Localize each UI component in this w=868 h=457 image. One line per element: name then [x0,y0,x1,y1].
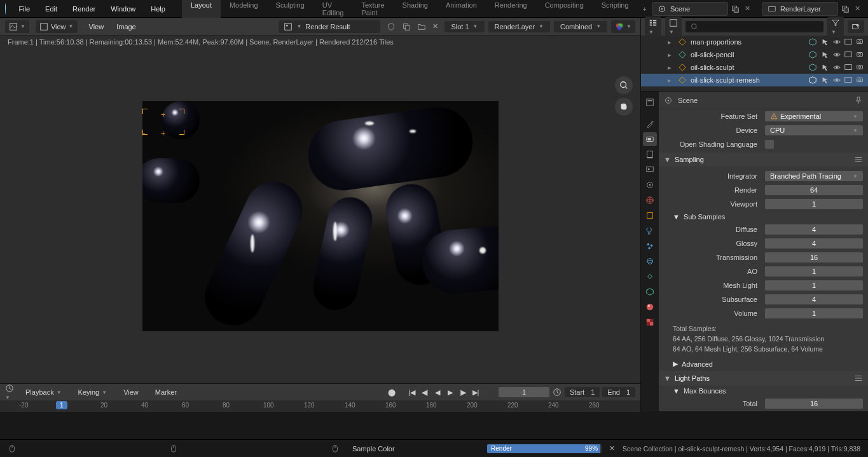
jump-next-key-button[interactable]: |▶ [458,387,468,397]
jump-end-button[interactable]: ▶| [471,387,481,397]
layer-new-icon[interactable] [841,4,850,13]
prop-tab-physics[interactable] [643,254,657,268]
playback-menu[interactable]: Playback▼ [20,386,67,398]
menu-render[interactable]: Render [66,3,102,15]
outliner-display-mode-dropdown[interactable]: ▼ [665,17,682,37]
pan-gizmo[interactable] [615,98,633,116]
viewport-toggle-icon[interactable] [844,63,853,72]
disclosure-triangle-icon[interactable]: ▸ [668,76,674,85]
timeline-view-menu[interactable]: View [118,386,144,398]
integrator-dropdown[interactable]: Branched Path Tracing▼ [765,171,863,181]
vp-menu-view[interactable]: View [84,21,109,32]
scene-new-icon[interactable] [731,4,740,13]
menu-file[interactable]: File [12,3,36,15]
workspace-tab-shading[interactable]: Shading [394,0,437,20]
prop-tab-world[interactable] [643,193,657,207]
viewport-toggle-icon[interactable] [844,76,853,85]
diffuse-samples-field[interactable]: 4 [765,224,863,235]
visibility-toggle-icon[interactable] [832,76,841,85]
object-name[interactable]: oil-slick-pencil [691,51,804,58]
play-reverse-button[interactable]: ◀ [432,387,443,397]
outliner-row[interactable]: ▸ man-proportions [641,36,868,48]
workspace-tab-compositing[interactable]: Compositing [536,0,593,20]
workspace-tab-modeling[interactable]: Modeling [221,0,267,20]
prop-tab-particles[interactable] [643,239,657,253]
menu-help[interactable]: Help [144,3,172,15]
autokey-button[interactable]: ⬤ [387,387,397,397]
preview-range-button[interactable] [552,387,562,397]
scene-delete-button[interactable]: ✕ [742,4,753,13]
prop-tab-constraints[interactable] [643,269,657,283]
view-mode-dropdown[interactable]: View▼ [36,20,78,33]
visibility-toggle-icon[interactable] [832,38,841,46]
subsurface-samples-field[interactable]: 4 [765,294,863,304]
outliner-new-collection-button[interactable] [848,20,864,33]
pin-icon[interactable] [854,96,863,105]
total-bounces-field[interactable]: 16 [765,399,863,409]
sampling-panel-header[interactable]: ▼Sampling [659,153,868,167]
object-name[interactable]: man-proportions [691,38,804,46]
keying-menu[interactable]: Keying▼ [73,386,113,398]
workspace-tab-sculpting[interactable]: Sculpting [267,0,313,20]
object-name[interactable]: oil-slick-sculpt [691,64,804,71]
prop-tab-material[interactable] [643,300,657,314]
prop-tab-tool[interactable] [643,117,657,131]
device-dropdown[interactable]: CPU▼ [765,125,863,135]
vp-menu-image[interactable]: Image [111,21,141,32]
viewlayer-field[interactable]: RenderLayer [762,2,838,16]
render-toggle-icon[interactable] [855,38,864,46]
render-toggle-icon[interactable] [855,63,864,72]
scene-breadcrumb[interactable]: Scene [678,97,698,104]
visibility-toggle-icon[interactable] [832,50,841,59]
outliner-row[interactable]: ▸ oil-slick-sculpt [641,61,868,74]
end-frame-field[interactable]: End1 [602,387,635,397]
prop-tab-output[interactable] [643,147,657,161]
prop-tab-texture[interactable] [643,315,657,329]
timeline-editor-type-dropdown[interactable]: ▼ [5,384,14,400]
slot-dropdown[interactable]: Slot 1▼ [444,21,484,32]
visibility-toggle-icon[interactable] [832,63,841,72]
disclosure-triangle-icon[interactable]: ▸ [668,64,674,72]
editor-type-dropdown[interactable]: ▼ [5,20,29,33]
prop-tab-render[interactable] [643,132,657,146]
scene-field[interactable]: Scene [652,2,728,16]
disclosure-triangle-icon[interactable]: ▸ [668,38,674,46]
selectable-toggle-icon[interactable] [821,50,830,59]
add-workspace-button[interactable]: + [638,3,652,15]
workspace-tab-texture[interactable]: Texture Paint [352,0,393,20]
zoom-gizmo[interactable] [615,76,633,94]
pass-dropdown[interactable]: Combined▼ [554,21,607,32]
shield-icon[interactable] [387,22,396,31]
volume-samples-field[interactable]: 1 [765,308,863,318]
outliner-row[interactable]: ▸ oil-slick-sculpt-remesh [641,74,868,86]
selectable-toggle-icon[interactable] [821,76,830,85]
unlink-image-button[interactable]: ✕ [432,22,438,31]
subsamples-panel-header[interactable]: ▼Sub Samples [659,211,868,222]
layer-delete-button[interactable]: ✕ [852,4,863,13]
selectable-toggle-icon[interactable] [821,38,830,46]
prop-tab-viewlayer[interactable] [643,163,657,177]
viewport-toggle-icon[interactable] [844,50,853,59]
current-frame-field[interactable]: 1 [499,387,549,397]
meshlight-samples-field[interactable]: 1 [765,280,863,290]
workspace-tab-animation[interactable]: Animation [437,0,486,20]
render-samples-field[interactable]: 64 [765,185,863,195]
playhead[interactable]: 1 [56,401,67,409]
prop-tab-scene[interactable] [643,178,657,192]
selectable-toggle-icon[interactable] [821,63,830,72]
ao-samples-field[interactable]: 1 [765,266,863,276]
workspace-tab-uv[interactable]: UV Editing [313,0,353,20]
menu-window[interactable]: Window [104,3,142,15]
outliner-row[interactable]: ▸ oil-slick-pencil [641,48,868,61]
outliner-filter-button[interactable]: ▼ [827,17,844,37]
viewport-samples-field[interactable]: 1 [765,199,863,209]
new-image-icon[interactable] [402,22,411,31]
workspace-tab-rendering[interactable]: Rendering [486,0,536,20]
open-image-icon[interactable] [417,22,426,31]
maxbounces-panel-header[interactable]: ▼Max Bounces [659,385,868,397]
renderlayer-dropdown[interactable]: RenderLayer▼ [488,21,551,32]
workspace-tab-scripting[interactable]: Scripting [593,0,638,20]
advanced-panel-header[interactable]: ▶Advanced [659,358,868,370]
prop-tab-object[interactable] [643,208,657,222]
lightpaths-panel-header[interactable]: ▼Light Paths [659,371,868,385]
